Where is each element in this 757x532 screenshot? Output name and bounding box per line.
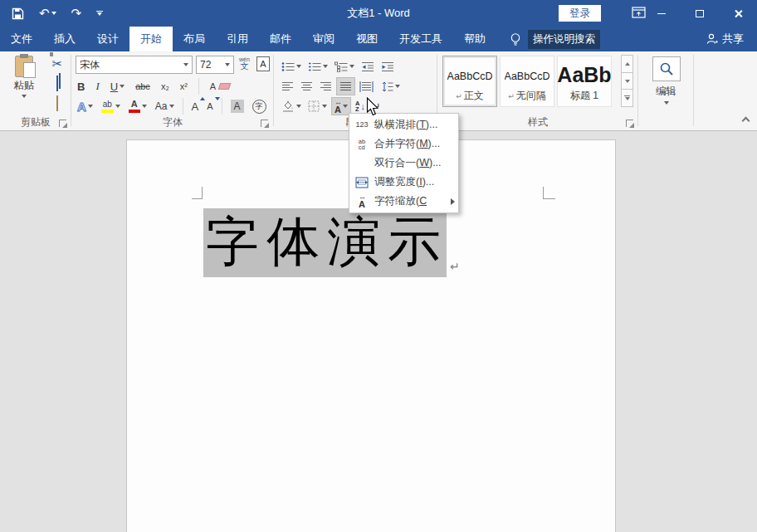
text-effects-button[interactable]: A [75, 97, 95, 115]
maximize-button[interactable] [681, 0, 719, 27]
chevron-down-icon[interactable] [88, 105, 93, 108]
highlight-icon: ab [101, 100, 114, 113]
tab-file[interactable]: 文件 [0, 27, 43, 51]
search-icon [659, 61, 674, 76]
cut-button[interactable]: ✂ [52, 56, 63, 71]
font-dialog-launcher[interactable] [261, 120, 268, 127]
chevron-down-icon[interactable] [296, 105, 301, 108]
justify-button[interactable] [336, 77, 355, 95]
highlight-color-button[interactable]: ab [99, 97, 123, 115]
minimize-button[interactable] [642, 0, 681, 27]
grow-font-button[interactable]: A [189, 97, 202, 115]
chevron-down-icon[interactable] [225, 63, 230, 66]
tab-view[interactable]: 视图 [345, 27, 388, 51]
decrease-indent-button[interactable] [359, 57, 377, 76]
shading-button[interactable] [279, 97, 304, 115]
tab-design[interactable]: 设计 [86, 27, 129, 51]
font-name-value: 宋体 [80, 58, 100, 72]
chevron-down-icon[interactable] [349, 65, 354, 68]
lightbulb-icon [510, 32, 521, 46]
menu-item-character-scaling[interactable]: ↔A 字符缩放(C [349, 192, 458, 211]
chevron-down-icon[interactable] [120, 85, 125, 88]
align-right-button[interactable] [317, 77, 335, 95]
paste-button[interactable]: 粘贴 [5, 56, 43, 115]
font-color-button[interactable]: A [126, 97, 149, 115]
tab-help[interactable]: 帮助 [453, 27, 496, 51]
change-case-button[interactable]: Aa [153, 97, 177, 115]
chevron-down-icon[interactable] [323, 65, 328, 68]
tab-review[interactable]: 审阅 [302, 27, 345, 51]
tab-references[interactable]: 引用 [216, 27, 259, 51]
paste-dropdown-icon[interactable] [22, 95, 27, 98]
numbering-button[interactable] [305, 57, 330, 76]
distribute-button[interactable] [357, 77, 376, 95]
italic-button[interactable]: I [93, 77, 101, 95]
share-button[interactable]: 共享 [706, 27, 744, 51]
shrink-font-button[interactable]: A [204, 97, 215, 115]
chevron-down-icon[interactable] [115, 105, 120, 108]
chevron-down-icon[interactable] [322, 105, 327, 108]
chevron-down-icon[interactable] [343, 105, 348, 108]
font-color-icon: A [129, 100, 140, 113]
menu-item-combine-characters[interactable]: abcd 合并字符(M)... [349, 134, 458, 154]
align-center-button[interactable] [298, 77, 315, 95]
chevron-down-icon[interactable] [142, 105, 147, 108]
bullets-button[interactable] [279, 57, 304, 76]
style-scroll-up-button[interactable] [621, 55, 633, 73]
submenu-arrow-icon [451, 198, 455, 205]
close-button[interactable] [719, 0, 757, 27]
subscript-button[interactable]: x₂ [159, 77, 172, 95]
multilevel-list-button[interactable] [332, 57, 357, 76]
menu-item-two-lines-in-one[interactable]: 双行合一(W)... [349, 154, 458, 173]
tab-developer[interactable]: 开发工具 [388, 27, 453, 51]
clear-formatting-button[interactable]: A [208, 77, 232, 95]
adjust-width-icon [349, 177, 374, 188]
style-heading1[interactable]: AaBb 标题 1 [557, 56, 612, 107]
editing-dropdown-icon[interactable] [664, 101, 669, 105]
style-normal[interactable]: AaBbCcD ↵正文 [442, 56, 497, 107]
find-button[interactable] [652, 56, 681, 81]
chevron-down-icon[interactable] [296, 65, 301, 68]
enclose-characters-button[interactable]: 字 [250, 97, 269, 115]
format-painter-button[interactable] [56, 96, 58, 111]
person-icon [706, 33, 718, 45]
borders-button[interactable] [305, 97, 330, 115]
style-gallery-more-button[interactable] [621, 89, 633, 107]
align-left-button[interactable] [279, 77, 296, 95]
divider [222, 98, 222, 115]
copy-button[interactable] [56, 76, 58, 91]
character-border-button[interactable]: A [256, 56, 270, 71]
tab-mailings[interactable]: 邮件 [259, 27, 302, 51]
styles-dialog-launcher[interactable] [626, 120, 633, 127]
distribute-icon [359, 81, 374, 92]
style-scroll-down-button[interactable] [621, 72, 633, 90]
clipboard-dialog-launcher[interactable] [59, 120, 66, 127]
collapse-ribbon-button[interactable] [742, 117, 750, 125]
menu-item-adjust-width[interactable]: 调整宽度(I)... [349, 173, 458, 192]
strikethrough-button[interactable]: abc [133, 77, 153, 95]
margin-crop-mark-right [543, 187, 555, 199]
phonetic-guide-button[interactable]: wén 文 [239, 56, 250, 71]
chevron-down-icon[interactable] [183, 63, 188, 66]
more-bar-icon [624, 95, 630, 96]
asian-layout-menu: 123 纵横混排(T)... abcd 合并字符(M)... 双行合一(W)..… [349, 113, 459, 213]
chevron-down-icon[interactable] [169, 105, 174, 108]
chevron-down-icon[interactable] [395, 85, 400, 88]
tab-home-active[interactable]: 开始 [129, 27, 173, 51]
font-size-combobox[interactable]: 72 [196, 56, 234, 74]
tab-layout[interactable]: 布局 [173, 27, 216, 51]
selected-text[interactable]: 字体演示 [203, 208, 447, 277]
increase-indent-button[interactable] [378, 57, 397, 76]
tab-insert[interactable]: 插入 [43, 27, 86, 51]
underline-button[interactable]: U [108, 77, 127, 95]
font-name-combobox[interactable]: 宋体 [76, 56, 193, 74]
text-effects-icon: A [77, 100, 86, 114]
menu-item-horizontal-in-vertical[interactable]: 123 纵横混排(T)... [349, 115, 458, 134]
bold-button[interactable]: B [75, 77, 87, 95]
tell-me-search-input[interactable]: 操作说明搜索 [528, 30, 600, 49]
character-shading-button[interactable]: A [228, 97, 247, 115]
superscript-button[interactable]: x² [178, 77, 190, 95]
sign-in-button[interactable]: 登录 [559, 5, 601, 22]
line-spacing-button[interactable] [378, 77, 403, 95]
style-no-spacing[interactable]: AaBbCcD ↵无间隔 [500, 56, 554, 107]
